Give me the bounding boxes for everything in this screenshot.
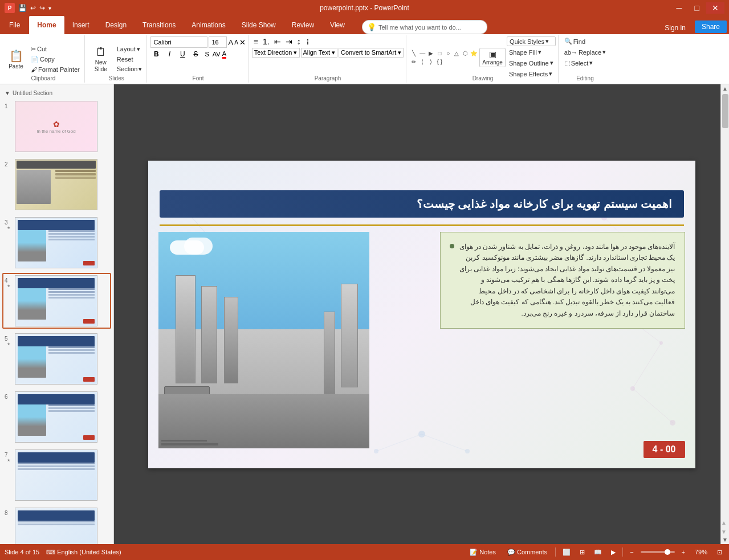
- minimize-btn[interactable]: ─: [671, 2, 688, 14]
- slide-text-content[interactable]: آلاینده‌های موجود در هوا مانند دود، روغن…: [440, 232, 685, 329]
- columns-btn[interactable]: ⫶: [304, 36, 311, 47]
- zoom-out-btn[interactable]: −: [628, 547, 636, 557]
- font-group: A A ✕ B I U S S AV A Font: [148, 35, 248, 83]
- main-area: ▼ Untitled Section 1 ✿ In the name of Go…: [0, 84, 729, 544]
- ribbon-tabs: File Home Insert Design Transitions Anim…: [0, 16, 729, 34]
- slideshow-btn[interactable]: ▶: [609, 547, 618, 557]
- font-size-input[interactable]: [209, 36, 227, 48]
- align-text-btn[interactable]: Align Text ▾: [301, 48, 338, 58]
- paste-button[interactable]: 📋 Paste: [5, 48, 27, 71]
- zoom-slider[interactable]: [641, 551, 675, 553]
- section-button[interactable]: Section ▾: [115, 64, 145, 74]
- layout-button[interactable]: Layout ▾: [115, 44, 145, 54]
- text-direction-btn[interactable]: Text Direction ▾: [252, 48, 300, 58]
- zoom-in-btn[interactable]: +: [679, 547, 687, 557]
- reading-view-btn[interactable]: 📖: [592, 547, 604, 557]
- shape-outline-button[interactable]: Shape Outline ▾: [507, 58, 556, 68]
- convert-smartart-btn[interactable]: Convert to SmartArt ▾: [339, 48, 404, 58]
- tab-animations[interactable]: Animations: [184, 16, 233, 34]
- share-btn[interactable]: Share: [695, 21, 727, 33]
- bullets-btn[interactable]: ≡: [252, 36, 260, 47]
- font-color-btn[interactable]: A: [222, 50, 226, 59]
- slide-thumb-5[interactable]: 5 ★: [2, 331, 111, 387]
- tab-slideshow[interactable]: Slide Show: [234, 16, 284, 34]
- quick-styles-button[interactable]: Quick Styles ▾: [507, 36, 556, 46]
- find-button[interactable]: 🔍Find: [562, 36, 588, 46]
- svg-line-24: [422, 434, 467, 451]
- close-btn[interactable]: ✕: [706, 2, 724, 14]
- scrollbar-down[interactable]: ▼: [721, 537, 729, 543]
- indent-decrease-btn[interactable]: ⇤: [272, 36, 283, 47]
- slide-photo[interactable]: [158, 232, 369, 448]
- decrease-font-btn[interactable]: A: [234, 39, 238, 46]
- bold-btn[interactable]: B: [150, 49, 162, 59]
- italic-btn[interactable]: I: [164, 49, 175, 59]
- slide-canvas-area: ▲: [114, 84, 729, 544]
- clear-format-btn[interactable]: ✕: [239, 38, 246, 47]
- strikethrough-btn[interactable]: S: [190, 49, 201, 59]
- new-slide-button[interactable]: 🗒 New Slide: [88, 44, 113, 73]
- tab-view[interactable]: View: [322, 16, 353, 34]
- tab-home[interactable]: Home: [29, 16, 64, 34]
- canvas-scroll-bottom-down[interactable]: ▼: [721, 529, 727, 535]
- sign-in-btn[interactable]: Sign in: [658, 22, 693, 34]
- quick-access-save[interactable]: 💾: [18, 4, 27, 12]
- format-painter-button[interactable]: 🖌Format Painter: [28, 65, 82, 74]
- canvas-scrollbar[interactable]: ▲ ▼: [720, 84, 729, 544]
- canvas-scroll-bottom-up[interactable]: ▲: [721, 520, 727, 526]
- normal-view-btn[interactable]: ⬜: [560, 547, 573, 557]
- shape-fill-button[interactable]: Shape Fill ▾: [507, 47, 556, 57]
- char-spacing-btn[interactable]: AV: [213, 51, 221, 58]
- slide-canvas[interactable]: اهمیت سیستم تهویه برای کارخانه مواد غذای…: [148, 161, 695, 468]
- tell-me-input[interactable]: 💡 Tell me what you want to do...: [362, 20, 487, 34]
- slide-thumb-3[interactable]: 3 ★: [2, 215, 111, 271]
- select-button[interactable]: ⬚Select ▾: [562, 58, 596, 68]
- status-bar: Slide 4 of 15 ⌨ English (United States) …: [0, 544, 729, 560]
- scrollbar-thumb[interactable]: [722, 94, 728, 128]
- slide-thumb-4[interactable]: 4 ★: [2, 273, 111, 329]
- arrange-button[interactable]: ▣ Arrange: [479, 48, 506, 67]
- language-indicator: ⌨ English (United States): [46, 549, 121, 556]
- slide-sorter-btn[interactable]: ⊞: [577, 547, 587, 557]
- scrollbar-up[interactable]: ▲: [721, 84, 729, 93]
- drawing-group: ╲—▶ □○△ ⬡⭐✏ ⟨⟩{ } ▣ Arrange Quick Styles…: [408, 35, 558, 83]
- restore-btn[interactable]: □: [689, 2, 705, 14]
- ribbon-content: 📋 Paste ✂Cut 📄Copy 🖌Format Painter Clipb…: [0, 34, 729, 84]
- fit-slide-btn[interactable]: ⊡: [715, 547, 724, 557]
- comments-button[interactable]: 💬 Comments: [504, 547, 551, 557]
- notes-button[interactable]: 📝 Notes: [466, 547, 499, 557]
- slide-count: Slide 4 of 15: [5, 549, 39, 555]
- tab-design[interactable]: Design: [97, 16, 135, 34]
- tab-transitions[interactable]: Transitions: [135, 16, 184, 34]
- slide-thumb-2[interactable]: 2: [2, 157, 111, 212]
- file-tab[interactable]: File: [0, 16, 29, 34]
- app-icon: P: [5, 3, 15, 13]
- slide-thumb-8[interactable]: 8: [2, 505, 111, 544]
- slide-thumb-1[interactable]: 1 ✿ In the name of God: [2, 99, 111, 154]
- section-label: ▼ Untitled Section: [2, 89, 111, 99]
- slides-group: 🗒 New Slide Layout ▾ Reset Section ▾ Sli…: [86, 35, 148, 83]
- copy-button[interactable]: 📄Copy: [28, 55, 82, 64]
- quick-access-redo[interactable]: ↪: [39, 4, 45, 12]
- cut-button[interactable]: ✂Cut: [28, 44, 82, 54]
- font-name-input[interactable]: [150, 36, 207, 48]
- slide-thumb-6[interactable]: 6: [2, 389, 111, 445]
- slide-title[interactable]: اهمیت سیستم تهویه برای کارخانه مواد غذای…: [160, 190, 684, 218]
- replace-button[interactable]: ab→Replace ▾: [562, 47, 609, 57]
- svg-line-20: [633, 389, 673, 423]
- slide-divider: [160, 224, 684, 226]
- shadow-btn[interactable]: S: [203, 50, 210, 58]
- quick-access-undo[interactable]: ↩: [30, 4, 36, 12]
- numbering-btn[interactable]: 1.: [261, 36, 271, 47]
- quick-access-customize[interactable]: ▾: [48, 5, 51, 11]
- indent-increase-btn[interactable]: ⇥: [284, 36, 294, 47]
- slide-thumb-7[interactable]: 7 ★: [2, 447, 111, 503]
- tab-review[interactable]: Review: [284, 16, 322, 34]
- underline-btn[interactable]: U: [177, 49, 188, 59]
- increase-font-btn[interactable]: A: [228, 38, 233, 47]
- zoom-level[interactable]: 79%: [692, 549, 710, 555]
- reset-button[interactable]: Reset: [115, 55, 145, 64]
- line-spacing-btn[interactable]: ↕: [295, 36, 303, 47]
- tab-insert[interactable]: Insert: [64, 16, 97, 34]
- shapes-palette[interactable]: ╲—▶ □○△ ⬡⭐✏ ⟨⟩{ }: [410, 50, 478, 66]
